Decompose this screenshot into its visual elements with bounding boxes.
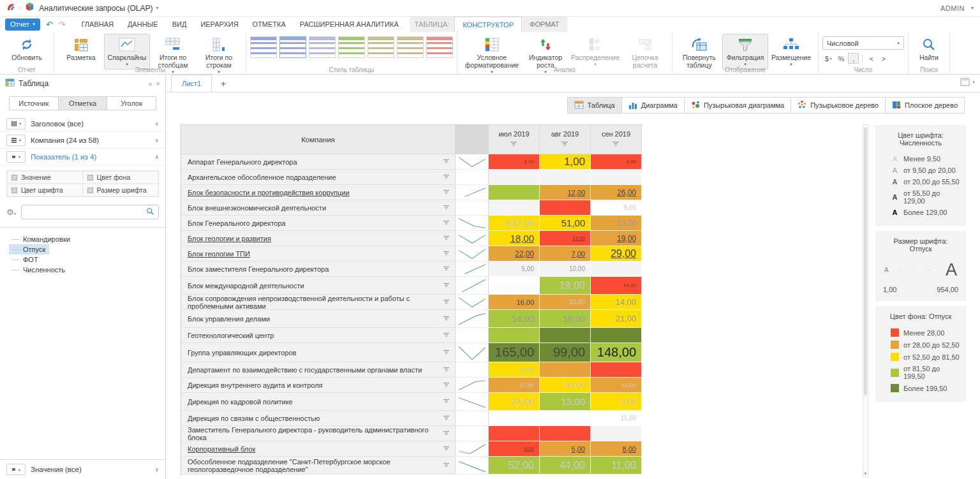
value-cell[interactable]	[489, 426, 540, 441]
company-cell[interactable]: Архангельское обособленное подразделение	[181, 170, 456, 185]
value-cell[interactable]: 22,00	[489, 246, 540, 262]
tree-item-3[interactable]: Численность	[9, 265, 69, 275]
value-cell[interactable]: 342,00	[489, 216, 540, 231]
column-filter-icon-0[interactable]	[510, 141, 517, 149]
mark-checkbox-2[interactable]	[11, 188, 17, 193]
value-cell[interactable]: 29,00	[591, 246, 642, 262]
company-cell[interactable]: Дирекция по кадровой политике	[181, 393, 456, 411]
value-cell[interactable]: 52,00	[489, 457, 540, 475]
value-cell[interactable]: 99,00	[540, 343, 591, 362]
increase-decimals-button[interactable]: >	[878, 53, 889, 64]
ribbon-tab-4[interactable]: ОТМЕТКА	[246, 18, 293, 31]
column-filter-icon-1[interactable]	[561, 141, 568, 149]
row-filter-icon[interactable]	[443, 415, 450, 422]
company-cell[interactable]: Блок геологии и развития	[181, 231, 456, 246]
value-cell[interactable]: 51,00	[540, 216, 591, 231]
month-column-header-0[interactable]: июл 2019	[489, 125, 540, 154]
value-cell[interactable]	[540, 328, 591, 343]
month-column-header-2[interactable]: сен 2019	[591, 125, 642, 154]
sparklines-button[interactable]: Спарклайны ▾	[104, 34, 150, 70]
row-filter-icon[interactable]	[443, 204, 450, 212]
value-cell[interactable]: 44,00	[540, 378, 591, 393]
row-filter-icon[interactable]	[443, 315, 450, 323]
view-button-4[interactable]: Плоское дерево	[886, 97, 965, 114]
dimension-icon-button-2[interactable]: ▾	[6, 151, 26, 163]
value-cell[interactable]: 11,00	[591, 457, 642, 475]
dimension-row-1[interactable]: ▾Компания (24 из 58)∨	[0, 132, 165, 149]
report-menu-button[interactable]: Отчет▾	[5, 18, 40, 31]
values-chevron-icon[interactable]: ∨	[154, 466, 159, 473]
search-input[interactable]	[26, 209, 146, 216]
tree-item-0[interactable]: Командировки	[9, 234, 74, 244]
value-cell[interactable]	[489, 200, 540, 216]
value-cell[interactable]: 17,00	[489, 378, 540, 393]
table-style-thumbnail-1[interactable]	[279, 36, 306, 58]
value-cell[interactable]: 6,00	[489, 441, 540, 457]
company-column-header[interactable]: Компания	[181, 125, 456, 154]
row-filter-icon[interactable]	[443, 158, 450, 166]
view-button-2[interactable]: Пузырьковая диаграмма	[685, 97, 791, 114]
value-cell[interactable]	[489, 277, 540, 295]
company-cell[interactable]: Обособленное подразделение "Санкт-Петерб…	[181, 457, 456, 475]
value-cell[interactable]: 10,00	[540, 295, 591, 310]
table-style-thumbnail-3[interactable]	[338, 36, 365, 58]
company-cell[interactable]: Дирекция внутреннего аудита и контроля	[181, 378, 456, 393]
view-button-3[interactable]: Пузырьковое дерево	[791, 97, 886, 114]
dimension-row-2[interactable]: ▾Показатель (1 из 4)∧	[0, 149, 165, 165]
panel-tab-источник[interactable]: Источник	[10, 97, 59, 110]
row-filter-icon[interactable]	[443, 332, 450, 339]
find-button[interactable]: Найти	[912, 34, 946, 64]
table-style-thumbnail-0[interactable]	[250, 36, 277, 58]
mark-option-2[interactable]: Цвет шрифта	[7, 184, 83, 196]
app-logo-icon[interactable]	[6, 3, 15, 14]
value-cell[interactable]	[540, 426, 591, 441]
number-format-select[interactable]: Числовой ▾	[822, 36, 904, 50]
value-cell[interactable]: 24,00	[489, 393, 540, 411]
value-cell[interactable]: 14,00	[489, 310, 540, 328]
company-cell[interactable]: Блок управления делами	[181, 310, 456, 328]
value-cell[interactable]: 18,00	[489, 231, 540, 246]
value-cell[interactable]	[591, 170, 642, 185]
row-filter-icon[interactable]	[443, 282, 450, 290]
value-cell[interactable]: 19,00	[591, 231, 642, 246]
mark-option-0[interactable]: Значение	[7, 171, 83, 184]
company-cell[interactable]: Блок безопасности и противодействия корр…	[181, 185, 456, 200]
window-options-icon[interactable]: ▾	[960, 78, 975, 86]
row-filter-icon[interactable]	[443, 250, 450, 258]
value-cell[interactable]: 165,00	[489, 343, 540, 362]
value-cell[interactable]: 4,00	[591, 154, 642, 170]
value-cell[interactable]: 19,00	[540, 277, 591, 295]
redo-button[interactable]: ↷	[59, 20, 66, 29]
decimal-separator-button[interactable]: ,	[848, 53, 859, 64]
row-filter-icon[interactable]	[443, 265, 450, 273]
ribbon-tab-1[interactable]: ДАННЫЕ	[121, 18, 165, 31]
value-cell[interactable]: 1,00	[540, 154, 591, 170]
row-filter-icon[interactable]	[443, 349, 450, 357]
placement-button[interactable]: Размещение ▾	[768, 34, 814, 70]
value-cell[interactable]	[489, 328, 540, 343]
row-filter-icon[interactable]	[443, 462, 450, 469]
company-cell[interactable]: Геотехнологический центр	[181, 328, 456, 343]
chevron-down-icon[interactable]: ∨	[154, 121, 159, 127]
value-cell[interactable]: 14,00	[591, 295, 642, 310]
company-cell[interactable]: Блок геологии ТПИ	[181, 246, 456, 262]
user-label[interactable]: ADMIN	[940, 4, 965, 12]
panel-tab-отметка[interactable]: Отметка	[59, 97, 108, 110]
collapse-panel-icon[interactable]: «	[148, 80, 152, 87]
value-cell[interactable]: 13,00	[540, 393, 591, 411]
company-cell[interactable]: Блок международной деятельности	[181, 277, 456, 295]
company-cell[interactable]: Дирекция по связям с общественностью	[181, 411, 456, 426]
scrollbar-down-icon[interactable]: ▼	[863, 471, 868, 476]
mark-checkbox-1[interactable]	[87, 175, 93, 181]
row-filter-icon[interactable]	[443, 173, 450, 181]
user-menu-caret-icon[interactable]: ▾	[971, 5, 974, 11]
value-cell[interactable]: 5,00	[540, 441, 591, 457]
value-cell[interactable]: 10,00	[540, 262, 591, 277]
context-tab-конструктор[interactable]: КОНСТРУКТОР	[454, 17, 522, 32]
close-panel-icon[interactable]: ×	[156, 80, 160, 87]
ribbon-tab-0[interactable]: ГЛАВНАЯ	[74, 18, 120, 31]
cube-icon[interactable]	[25, 2, 34, 14]
layout-button[interactable]: Разметка	[58, 34, 104, 64]
value-cell[interactable]: 11,00	[591, 411, 642, 426]
row-filter-icon[interactable]	[443, 219, 450, 227]
